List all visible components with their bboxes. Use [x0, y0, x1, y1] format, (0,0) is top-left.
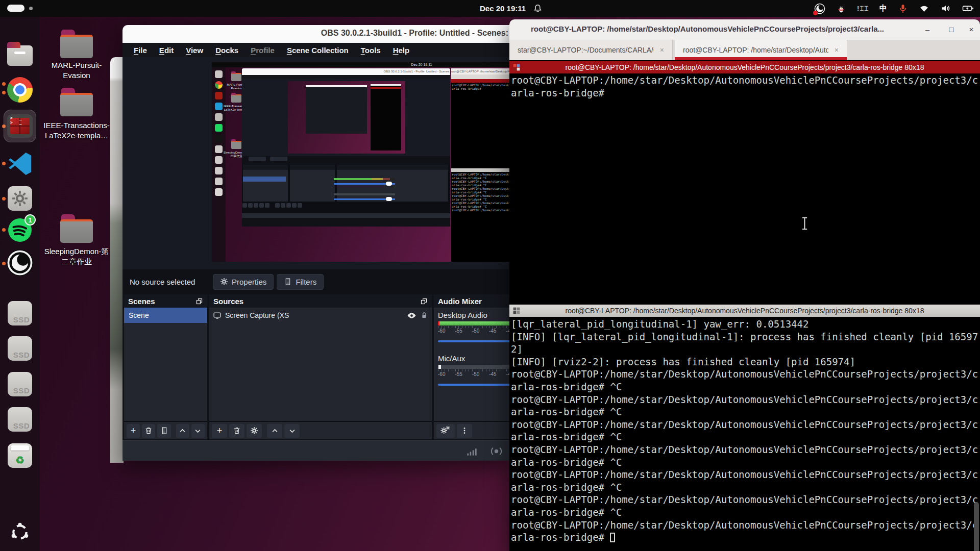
- dock-item-terminator[interactable]: [7, 113, 33, 139]
- tick-label: -55: [455, 328, 462, 334]
- terminal-titlebar[interactable]: root@CBY-LAPTOP: /home/star/Desktop/Auto…: [509, 19, 980, 40]
- dock-item-ssd-4[interactable]: SSD: [7, 406, 33, 433]
- dock-item-chrome[interactable]: [7, 77, 33, 103]
- mixer-menu-button[interactable]: [457, 424, 472, 438]
- desktop-folder-marl[interactable]: [60, 30, 93, 58]
- source-up-button[interactable]: [267, 424, 282, 438]
- dock-item-ssd-1[interactable]: SSD: [7, 300, 33, 327]
- dock-item-trash[interactable]: ♻: [7, 442, 33, 469]
- chinese-input-indicator[interactable]: 中: [879, 4, 887, 13]
- popout-icon[interactable]: [420, 297, 428, 305]
- remove-scene-button[interactable]: [142, 424, 155, 438]
- battery-charging-icon[interactable]: [962, 3, 975, 14]
- terminal-output-bottom[interactable]: [lqr_lateral_pid_longitudinal-1] yaw_err…: [511, 318, 978, 551]
- pane-title-focused[interactable]: root@CBY-LAPTOP: /home/star/Desktop/Auto…: [509, 61, 980, 73]
- menu-item-docks[interactable]: Docks: [215, 46, 238, 55]
- popout-icon[interactable]: [195, 297, 203, 305]
- obs-source-toolbar: No source selected Properties Filters: [122, 269, 509, 294]
- add-scene-button[interactable]: +: [127, 424, 140, 438]
- scene-down-button[interactable]: [191, 424, 205, 438]
- spotify-badge: 1: [24, 214, 36, 226]
- obs-preview-canvas[interactable]: Dec 20 19:11 MARL-PursuitEvasion IEEE-Tr…: [122, 57, 509, 269]
- volume-icon[interactable]: [940, 3, 951, 14]
- dock-item-spotify[interactable]: 1: [7, 217, 33, 243]
- tick-label: -45: [489, 371, 496, 377]
- scene-up-button[interactable]: [176, 424, 189, 438]
- obs-titlebar[interactable]: OBS 30.0.2.1-3build1 - Profile: Untitled…: [122, 25, 509, 43]
- tab-close-icon[interactable]: ×: [835, 46, 839, 54]
- dock-item-ssd-2[interactable]: SSD: [7, 335, 33, 362]
- add-source-button[interactable]: +: [212, 424, 227, 438]
- terminal-tabbar: star@CBY-LAPTOP:~/Documents/CARLA/CARLA_…: [509, 40, 980, 60]
- menu-item-edit[interactable]: Edit: [159, 46, 174, 55]
- pane-group-icon[interactable]: [512, 63, 521, 71]
- remove-source-button[interactable]: [229, 424, 244, 438]
- dock-item-vscode[interactable]: [7, 150, 33, 177]
- terminal-output-top[interactable]: root@CBY-LAPTOP:/home/star/Desktop/Auton…: [511, 74, 978, 305]
- scene-filters-button[interactable]: [157, 424, 170, 438]
- background-window-edge[interactable]: [110, 57, 124, 463]
- dock-item-show-apps[interactable]: [9, 521, 31, 543]
- qq-penguin-icon[interactable]: [836, 4, 846, 14]
- terminal-tab-carla[interactable]: star@CBY-LAPTOP:~/Documents/CARLA/CARLA_…: [509, 40, 673, 60]
- wifi-icon[interactable]: [919, 3, 929, 14]
- captured-screen-preview: Dec 20 19:11 MARL-PursuitEvasion IEEE-Tr…: [212, 62, 509, 262]
- menu-item-view[interactable]: View: [186, 46, 203, 55]
- dock-item-ssd-3[interactable]: SSD: [7, 371, 33, 397]
- desktop-folder-label[interactable]: IEEE-Transactions-LaTeX2e-templa…: [36, 120, 117, 141]
- pane-title-unfocused[interactable]: root@CBY-LAPTOP: /home/star/Desktop/Auto…: [509, 305, 980, 317]
- scenes-header[interactable]: Scenes: [124, 294, 207, 308]
- source-down-button[interactable]: [284, 424, 300, 438]
- scene-row-selected[interactable]: Scene: [124, 308, 207, 323]
- close-button[interactable]: ×: [966, 24, 977, 35]
- desktop-folder-label[interactable]: MARL-Pursuit-Evasion: [36, 60, 117, 81]
- terminal-tab-ros-bridge[interactable]: root@CBY-LAPTOP: /home/star/Desktop/Auto…: [675, 40, 847, 60]
- source-row[interactable]: Screen Capture (XS: [209, 308, 432, 323]
- scrollbar-thumb[interactable]: [974, 502, 979, 551]
- scenes-list[interactable]: Scene: [124, 308, 207, 421]
- terminator-window: root@CBY-LAPTOP: /home/star/Desktop/Auto…: [509, 19, 980, 551]
- desktop-folder-ieee[interactable]: [60, 88, 93, 116]
- advanced-audio-button[interactable]: [436, 424, 455, 438]
- microphone-icon[interactable]: [898, 4, 908, 14]
- terminal-line: root@CBY-LAPTOP:/home/star/Desktop/Auton…: [511, 368, 978, 381]
- mini-dock-icon: [215, 188, 223, 196]
- menu-item-tools[interactable]: Tools: [361, 46, 381, 55]
- menu-item-file[interactable]: File: [134, 46, 147, 55]
- channel-name: Mic/Aux: [438, 354, 465, 363]
- workspace-dot[interactable]: [29, 7, 33, 10]
- terminal-line: root@CBY-LAPTOP:/home/star/Desktop/Auton…: [511, 519, 978, 532]
- visibility-eye-icon[interactable]: [407, 311, 416, 320]
- source-properties-button[interactable]: [247, 424, 262, 438]
- terminal-line: arla-ros-bridge# ^C: [511, 506, 978, 519]
- sources-header[interactable]: Sources: [209, 294, 432, 308]
- tab-close-icon[interactable]: ×: [660, 46, 664, 54]
- terminal-line: root@CBY-LAPTOP:/home/star/Desktop/Auton…: [511, 74, 978, 87]
- sources-list[interactable]: Screen Capture (XS: [209, 308, 432, 421]
- clock-menu[interactable]: Dec 20 19:11: [480, 0, 543, 17]
- terminal-line: [INFO] [rviz2-2]: process has finished c…: [511, 356, 978, 368]
- filters-icon: [284, 278, 292, 286]
- input-method-icon[interactable]: !⌶⌶: [857, 5, 869, 13]
- dock-item-settings[interactable]: [7, 185, 33, 212]
- menu-item-help[interactable]: Help: [393, 46, 410, 55]
- maximize-button[interactable]: □: [946, 24, 957, 35]
- workspace-active-pill[interactable]: [7, 5, 24, 12]
- obs-tray-icon[interactable]: [814, 3, 825, 14]
- clock-label: Dec 20 19:11: [480, 4, 526, 13]
- minimize-button[interactable]: –: [922, 24, 933, 35]
- notification-bell-icon: [533, 4, 543, 13]
- dock-item-obs[interactable]: [7, 249, 33, 276]
- desktop-folder-sleepingdemon[interactable]: [60, 214, 93, 243]
- spotify-icon: 1: [7, 217, 33, 243]
- dock-item-files[interactable]: [7, 42, 33, 69]
- tick-label: -55: [455, 371, 462, 377]
- pane-group-icon[interactable]: [512, 307, 521, 315]
- system-tray[interactable]: !⌶⌶ 中: [814, 0, 975, 17]
- menu-item-profile[interactable]: Profile: [251, 46, 275, 55]
- menu-item-scene-collection[interactable]: Scene Collection: [287, 46, 349, 55]
- filters-button[interactable]: Filters: [277, 274, 324, 290]
- desktop-folder-label[interactable]: SleepingDemon-第二章作业: [36, 246, 117, 267]
- properties-button[interactable]: Properties: [213, 274, 274, 290]
- lock-icon[interactable]: [420, 311, 428, 319]
